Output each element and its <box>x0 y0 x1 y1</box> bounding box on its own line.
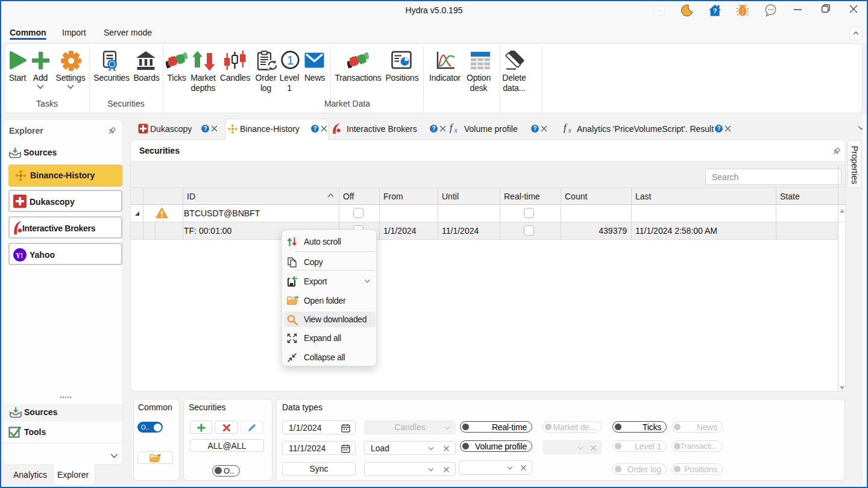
svg-text:Y!: Y! <box>16 251 24 260</box>
svg-text:?: ? <box>713 7 717 14</box>
svg-text:1: 1 <box>287 53 294 67</box>
svg-text:x: x <box>568 126 572 134</box>
svg-text:f: f <box>564 122 568 133</box>
svg-text:f: f <box>450 122 454 133</box>
svg-text:x: x <box>454 126 458 134</box>
